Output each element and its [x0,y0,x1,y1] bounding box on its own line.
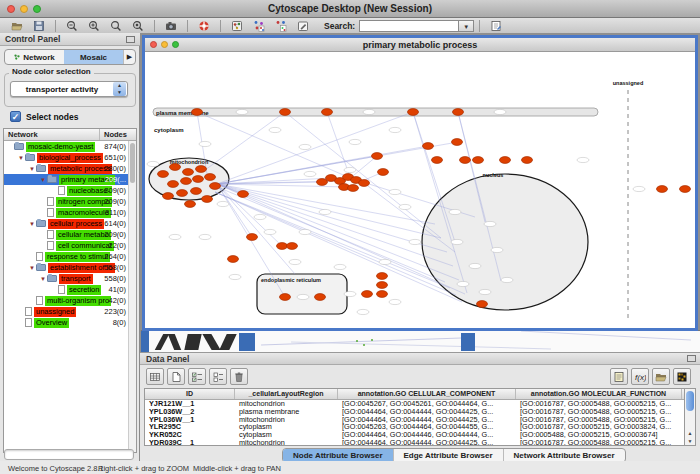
new-file-button[interactable] [167,368,185,385]
gene-node[interactable] [377,282,388,289]
col-region[interactable]: _cellularLayoutRegion [235,389,338,399]
gene-node[interactable] [522,157,533,164]
overview-button[interactable] [226,19,248,33]
tree-item-nitrogen-compo[interactable]: nitrogen compo 209(0) [4,196,136,207]
label-node[interactable] [633,186,645,191]
label-node[interactable] [484,221,496,226]
label-node[interactable] [577,157,589,162]
background-window-strip[interactable] [141,330,700,352]
gene-node[interactable] [359,180,370,187]
tree-item-mosaic-demo-yeast[interactable]: mosaic-demo-yeast 874(0) [4,141,136,152]
tree-item-cellular-process[interactable]: ▼ cellular process 614(0) [4,218,136,229]
tree-header-nodes[interactable]: Nodes [100,129,136,140]
label-node[interactable] [389,299,401,304]
gene-node[interactable] [432,157,443,164]
network-window-title-bar[interactable]: primary metabolic process [145,38,695,52]
label-node[interactable] [491,247,503,252]
save-button[interactable] [28,19,50,33]
gene-node[interactable] [185,201,196,208]
tree-item-biological-process[interactable]: ▼ biological_process 651(0) [4,152,136,163]
search-input[interactable] [359,20,459,32]
search-dropdown-button[interactable]: ▼ [459,20,474,32]
gene-node[interactable] [247,234,258,241]
gene-node[interactable] [170,164,181,171]
gene-node[interactable] [280,109,291,116]
gene-node[interactable] [372,153,383,160]
gene-node[interactable] [210,183,221,190]
edge[interactable] [327,112,350,177]
gene-node[interactable] [453,109,464,116]
label-node[interactable] [229,274,241,279]
gene-node[interactable] [423,143,434,150]
node-color-dropdown[interactable]: transporter activity ▲▼ [10,81,128,97]
gene-node[interactable] [238,191,249,198]
label-node[interactable] [457,281,469,286]
label-node[interactable] [449,209,461,214]
trash-button[interactable] [230,368,248,385]
gene-node[interactable] [348,185,359,192]
function-button[interactable]: f(x) [631,368,649,385]
scroll-down-icon[interactable]: ▼ [686,437,694,445]
gene-node[interactable] [473,157,484,164]
tree-item-multi-organism-pro[interactable]: multi-organism pro 42(0) [4,295,136,306]
tree-item-response-to-stimul[interactable]: response to stimul 264(0) [4,251,136,262]
edge[interactable] [217,184,348,187]
gene-node[interactable] [277,243,288,250]
label-node[interactable] [334,264,346,269]
matrix-button[interactable] [673,368,691,385]
gene-node[interactable] [408,109,419,116]
notepad-button[interactable] [610,368,628,385]
gene-node[interactable] [657,186,668,193]
tab-overflow-arrow[interactable]: ▶ [123,50,135,64]
zoom-fit-button[interactable] [105,19,127,33]
label-node[interactable] [299,144,311,149]
label-node[interactable] [319,209,331,214]
tab-network[interactable]: Network [5,50,64,64]
table-scrollbar[interactable]: ▲ ▼ [685,388,696,446]
expand-arrow-icon[interactable]: ▼ [17,155,25,161]
zoom-selected-button[interactable] [127,19,149,33]
label-node[interactable] [344,167,356,172]
label-node[interactable] [169,234,181,239]
tree-item-overview[interactable]: Overview 8(0) [4,317,136,328]
gene-node[interactable] [280,294,291,301]
gene-node[interactable] [183,169,194,176]
label-node[interactable] [349,139,361,144]
label-node[interactable] [389,189,401,194]
col-cellular-component[interactable]: annotation.GO CELLULAR_COMPONENT [338,389,516,399]
tree-item-cellular-metabo[interactable]: cellular metabo 209(0) [4,229,136,240]
vizmapper-button[interactable] [292,19,314,33]
gene-node[interactable] [193,176,204,183]
tree-header-network[interactable]: Network [4,129,100,140]
tree-item-secretion[interactable]: secretion 41(0) [4,284,136,295]
expand-arrow-icon[interactable]: ▼ [28,166,36,172]
gene-node[interactable] [377,291,388,298]
label-node[interactable] [289,259,301,264]
gene-node[interactable] [322,109,333,116]
open-folder-button[interactable] [652,368,670,385]
label-node[interactable] [254,214,266,219]
col-molecular-function[interactable]: annotation.GO MOLECULAR_FUNCTION [516,389,682,399]
label-node[interactable] [304,171,316,176]
help-button[interactable] [193,19,215,33]
expand-arrow-icon[interactable]: ▼ [39,177,47,183]
label-node[interactable] [451,239,463,244]
open-button[interactable] [6,19,28,33]
label-node[interactable] [379,259,391,264]
unselect-attr-button[interactable] [209,368,227,385]
label-node[interactable] [409,239,421,244]
gene-node[interactable] [460,157,471,164]
gene-node[interactable] [228,256,239,263]
label-node[interactable] [147,161,159,166]
label-node[interactable] [389,127,401,132]
gene-node[interactable] [500,157,511,164]
label-node[interactable] [217,201,229,206]
snapshot-button[interactable] [160,19,182,33]
scroll-up-icon[interactable]: ▲ [686,429,694,437]
grid-button[interactable] [146,368,164,385]
gene-node[interactable] [181,178,192,185]
select-attr-button[interactable] [188,368,206,385]
expand-arrow-icon[interactable]: ▼ [39,276,47,282]
gene-node[interactable] [680,186,691,193]
gene-node[interactable] [158,171,169,178]
